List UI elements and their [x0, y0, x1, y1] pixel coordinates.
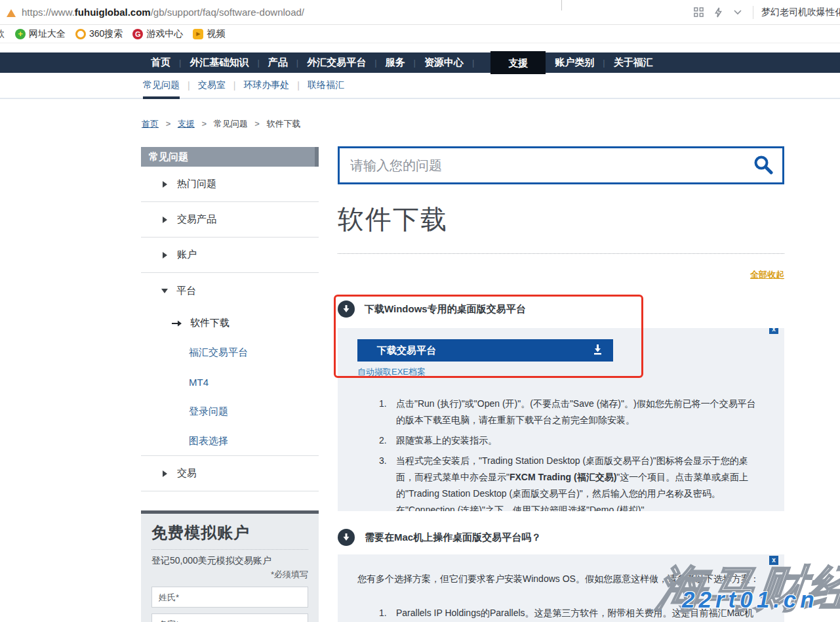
search-icon	[753, 154, 774, 177]
bookmark-partial-label[interactable]: 款	[0, 28, 5, 40]
speed-mode-lightning-icon[interactable]	[712, 7, 724, 18]
video-icon	[193, 29, 203, 39]
sidebar-subitem-label[interactable]: 图表选择	[141, 435, 228, 447]
triangle-right-icon	[163, 217, 167, 223]
sidebar-subitem-chart-options[interactable]: 图表选择	[141, 426, 319, 456]
collapse-all-link[interactable]: 全部收起	[750, 270, 784, 280]
nav-item-products[interactable]: 产品	[268, 56, 288, 69]
bookmark-wangzhi[interactable]: 网址大全	[15, 28, 66, 40]
step-item: 1. 点击"Run (执行)"或"Open (开)"。(不要点击"Save (储…	[379, 396, 765, 428]
faq1-header[interactable]: 下载Windows专用的桌面版交易平台	[338, 301, 784, 318]
triangle-right-icon	[163, 181, 167, 188]
browser-hotword-ticker[interactable]: 梦幻老司机吹爆性化	[761, 7, 840, 18]
url-field[interactable]: https://www.fuhuiglobal.com/gb/support/f…	[22, 7, 304, 18]
nav-item-trading-platform[interactable]: 外汇交易平台	[307, 56, 366, 69]
faq2-steps: 1. Parallels IP Holdings的Parallels。这是第三方…	[357, 605, 765, 622]
faq1-close-button[interactable]: x	[769, 328, 778, 334]
bookmark-360search[interactable]: 360搜索	[75, 28, 123, 40]
sidebar-subitem-fxcm-platform[interactable]: 福汇交易平台	[141, 338, 319, 367]
ssl-warning-icon	[7, 9, 16, 17]
breadcrumb-faq: 常见问题	[214, 119, 248, 129]
step-number: 1.	[379, 605, 396, 622]
nav-item-services[interactable]: 服务	[386, 56, 405, 69]
sidebar-item-account[interactable]: 账户	[141, 238, 319, 273]
nav-item-support-active[interactable]: 支援	[490, 51, 546, 74]
bookmark-label: 网址大全	[29, 28, 66, 40]
breadcrumb-current: 软件下载	[267, 119, 301, 129]
bookmarks-bar: 款 网址大全 360搜索 G 游戏中心 视频	[0, 25, 840, 43]
sidebar-item-label: 交易产品	[177, 213, 216, 226]
search-button[interactable]	[744, 148, 782, 182]
faq2-title: 需要在Mac机上操作桌面版交易平台吗？	[365, 531, 541, 544]
nav-item-about-fxcm[interactable]: 关于福汇	[614, 56, 653, 69]
subnav-separator: |	[297, 73, 300, 98]
title-divider	[338, 253, 784, 254]
faq2-intro: 您有多个选择方案，但它们要求客户安装Windows OS。假如您愿意这样做，请参…	[357, 571, 765, 586]
faq2-close-button[interactable]: x	[769, 556, 778, 565]
download-platform-button[interactable]: 下载交易平台	[357, 339, 613, 362]
extensions-grid-icon[interactable]	[692, 7, 704, 18]
nav-separator: |	[472, 58, 474, 68]
step-item: 2. 跟随萤幕上的安装指示。	[379, 432, 765, 449]
subnav-item-contact[interactable]: 联络福汇	[308, 73, 344, 98]
step-text: 点击"Run (执行)"或"Open (开)"。(不要点击"Save (储存)"…	[396, 396, 762, 428]
step-number: 1.	[379, 396, 396, 428]
bookmark-video[interactable]: 视频	[193, 28, 225, 40]
sidebar-item-platform-expanded[interactable]: 平台	[141, 273, 319, 308]
sidebar-subitem-label[interactable]: 登录问题	[141, 405, 228, 418]
360-search-icon	[75, 29, 86, 39]
sidebar-subitem-label[interactable]: MT4	[141, 377, 209, 388]
nav-item-account-types[interactable]: 账户类别	[555, 56, 594, 69]
faq1-steps: 1. 点击"Run (执行)"或"Open (开)"。(不要点击"Save (储…	[357, 396, 765, 511]
sidebar-item-label: 交易	[177, 467, 197, 480]
breadcrumb-support-link[interactable]: 支援	[178, 119, 195, 129]
bookmark-game-center[interactable]: G 游戏中心	[132, 28, 183, 40]
chevron-down-icon[interactable]	[732, 7, 744, 18]
bookmark-label: 视频	[207, 28, 225, 40]
sidebar-item-hot-questions[interactable]: 热门问题	[141, 167, 319, 202]
first-name-field[interactable]	[151, 613, 308, 622]
browser-address-bar: https://www.fuhuiglobal.com/gb/support/f…	[0, 0, 840, 25]
breadcrumb-home-link[interactable]: 首页	[142, 119, 159, 129]
search-input[interactable]	[340, 158, 744, 173]
faq2-header[interactable]: 需要在Mac机上操作桌面版交易平台吗？	[338, 529, 784, 546]
exe-file-link[interactable]: 自动撷取EXE档案	[357, 366, 426, 378]
sidebar-item-label: 热门问题	[177, 178, 216, 190]
step-text: 当程式完全安装后，"Trading Station Desktop (桌面版交易…	[396, 453, 762, 511]
faq-search-box	[338, 146, 784, 184]
step-number: 3.	[379, 453, 396, 511]
bookmark-label: 游戏中心	[146, 28, 183, 40]
tab-divider	[561, 0, 562, 10]
subnav-item-global-offices[interactable]: 环球办事处	[243, 73, 289, 98]
nav-item-resources[interactable]: 资源中心	[424, 56, 464, 69]
download-circle-icon	[338, 529, 355, 546]
sidebar-subitem-login-issues[interactable]: 登录问题	[141, 397, 319, 426]
sidebar-item-trading-products[interactable]: 交易产品	[141, 202, 319, 238]
sidebar-item-label: 平台	[176, 285, 196, 297]
nav-separator: |	[374, 58, 376, 68]
sidebar-subitem-label[interactable]: 福汇交易平台	[141, 346, 248, 359]
download-arrow-icon	[592, 344, 603, 357]
triangle-right-icon	[163, 252, 167, 259]
main-navigation: 首页 | 外汇基础知识 | 产品 | 外汇交易平台 | 服务 | 资源中心 | …	[0, 52, 840, 73]
step-text: 跟随萤幕上的安装指示。	[396, 432, 497, 449]
sidebar-subitem-label: 软件下载	[190, 317, 230, 329]
breadcrumb: 首页 > 支援 > 常见问题 > 软件下载	[142, 118, 301, 130]
subnav-item-faq-active[interactable]: 常见问题	[143, 73, 180, 99]
nav-item-home[interactable]: 首页	[151, 56, 170, 69]
breadcrumb-separator: >	[166, 119, 171, 129]
sidebar-header: 常见问题	[141, 147, 319, 167]
support-subnav: 常见问题 | 交易室 | 环球办事处 | 联络福汇	[0, 73, 840, 99]
faq2-panel: x 您有多个选择方案，但它们要求客户安装Windows OS。假如您愿意这样做，…	[338, 554, 784, 622]
last-name-field[interactable]	[151, 587, 308, 608]
address-bar-divider	[753, 6, 753, 19]
sidebar-subitem-software-download-current[interactable]: 软件下载	[141, 308, 319, 338]
subnav-item-trading-room[interactable]: 交易室	[198, 73, 226, 98]
demo-box-subtitle: 登记50,000美元模拟交易账户	[141, 550, 319, 567]
nav-item-forex-basics[interactable]: 外汇基础知识	[190, 56, 249, 69]
subnav-separator: |	[188, 73, 190, 98]
faq1-panel: x 下载交易平台 自动撷取EXE档案 1. 点击"Run (执行)"或"Open…	[338, 328, 784, 511]
sidebar-item-trading[interactable]: 交易	[141, 456, 319, 491]
sidebar-subitem-mt4[interactable]: MT4	[141, 367, 319, 397]
url-domain: fuhuiglobal.com	[75, 7, 151, 18]
